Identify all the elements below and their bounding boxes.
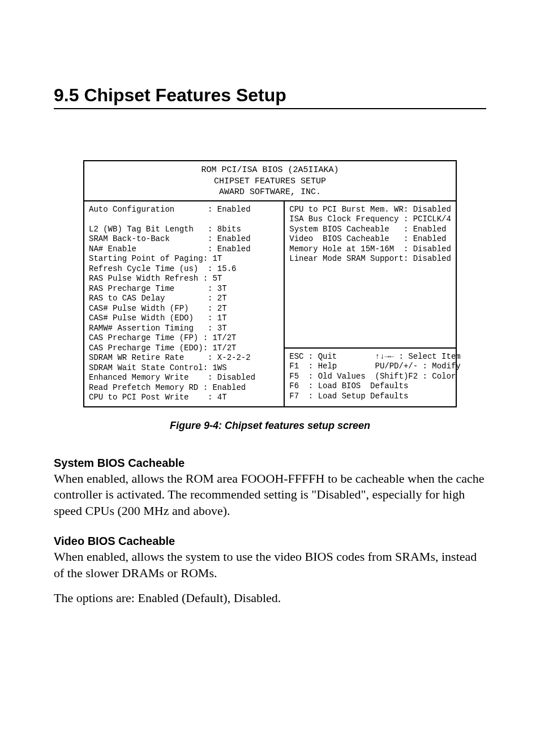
page-container: 9.5 Chipset Features Setup ROM PCI/ISA B… bbox=[0, 0, 540, 607]
section-title: 9.5 Chipset Features Setup bbox=[54, 85, 486, 106]
bios-header-line3: AWARD SOFTWARE, INC. bbox=[84, 187, 456, 198]
paragraph-system-bios-cacheable: When enabled, allows the ROM area FOOOH-… bbox=[54, 471, 486, 519]
paragraph-video-bios-cacheable-2: The options are: Enabled (Default), Disa… bbox=[54, 590, 486, 607]
bios-header-line2: CHIPSET FEATURES SETUP bbox=[84, 176, 456, 187]
bios-left-panel: Auto Configuration : Enabled L2 (WB) Tag… bbox=[84, 201, 285, 406]
bios-header: ROM PCI/ISA BIOS (2A5IIAKA) CHIPSET FEAT… bbox=[83, 160, 457, 200]
heading-system-bios-cacheable: System BIOS Cacheable bbox=[54, 457, 486, 470]
bios-right-bottom: ESC : Quit ↑↓→← : Select Item F1 : Help … bbox=[285, 349, 456, 405]
bios-header-line1: ROM PCI/ISA BIOS (2A5IIAKA) bbox=[84, 165, 456, 176]
bios-right-panel: CPU to PCI Burst Mem. WR: Disabled ISA B… bbox=[285, 201, 456, 406]
bios-panels: Auto Configuration : Enabled L2 (WB) Tag… bbox=[83, 200, 457, 407]
bios-screenshot: ROM PCI/ISA BIOS (2A5IIAKA) CHIPSET FEAT… bbox=[83, 160, 457, 407]
figure-caption: Figure 9-4: Chipset features setup scree… bbox=[54, 420, 486, 432]
section-rule bbox=[54, 108, 486, 109]
heading-video-bios-cacheable: Video BIOS Cacheable bbox=[54, 535, 486, 548]
paragraph-video-bios-cacheable-1: When enabled, allows the system to use t… bbox=[54, 549, 486, 581]
bios-right-top: CPU to PCI Burst Mem. WR: Disabled ISA B… bbox=[285, 201, 456, 349]
